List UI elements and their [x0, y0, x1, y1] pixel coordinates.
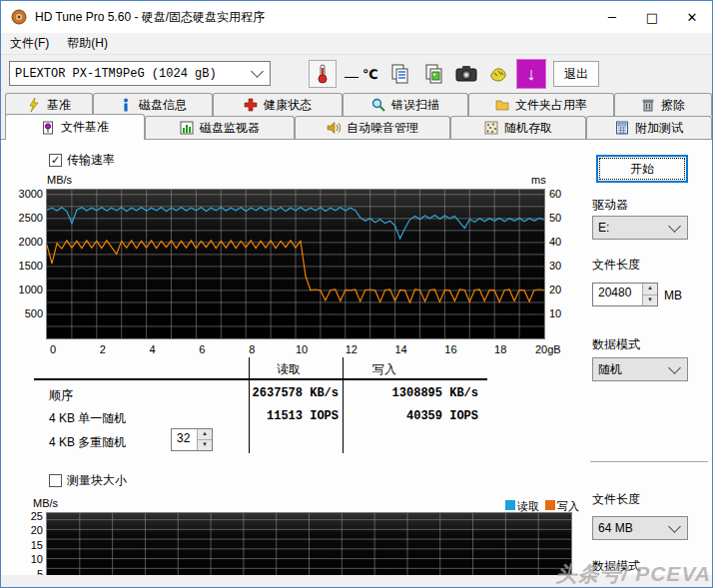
axis-tick-label: 50: [549, 212, 561, 224]
axis-tick-label: 2500: [19, 212, 43, 224]
tab-label: 基准: [47, 97, 71, 114]
transfer-rate-checkbox[interactable]: ✓ 传输速率: [49, 152, 115, 169]
thermometer-icon: [314, 63, 332, 85]
axis-tick-label: 15: [31, 539, 43, 551]
axis-tick-label: 2000: [19, 236, 43, 248]
spinner-up-icon[interactable]: ▲: [643, 284, 657, 294]
screenshot-button[interactable]: [452, 61, 480, 87]
axis-tick-label: 4: [138, 343, 168, 355]
copy-text-button[interactable]: [386, 61, 414, 87]
block-size-label: 测量块大小: [67, 472, 127, 489]
file-length2-combo[interactable]: 64 MB: [592, 516, 688, 540]
axis-tick-label: 12: [337, 343, 366, 355]
tab-random-access[interactable]: 随机存取: [450, 116, 586, 139]
queue-depth-value: 32: [172, 429, 197, 450]
file-length-spinner[interactable]: 20480 ▲▼: [592, 283, 658, 306]
tab-erase[interactable]: 擦除: [614, 93, 712, 116]
aam-icon: [327, 121, 341, 135]
tab-label: 文件基准: [61, 119, 109, 136]
close-button[interactable]: ✕: [672, 1, 712, 33]
spinner-down-icon[interactable]: ▼: [643, 294, 657, 306]
chevron-down-icon: [251, 65, 264, 78]
maximize-button[interactable]: □: [632, 1, 672, 33]
axis-tick-label: 25: [31, 510, 43, 522]
tab-extra-tests[interactable]: 附加测试: [586, 116, 712, 139]
tab-aam[interactable]: 自动噪音管理: [295, 116, 450, 139]
axis-tick-label: 16: [435, 343, 465, 355]
tab-label: 文件夹占用率: [515, 97, 587, 114]
data-mode-label: 数据模式: [592, 336, 640, 353]
row-sequential-label: 顺序: [49, 387, 73, 404]
watermark: 头条号/ PCEVA: [556, 560, 711, 588]
tab-file-benchmark[interactable]: 文件基准: [5, 114, 145, 140]
tab-row-2: 文件基准 磁盘监视器 自动噪音管理 随机存取 附加测试: [1, 116, 712, 139]
temperature-value: —: [345, 68, 358, 84]
spinner-up-icon[interactable]: ▲: [198, 429, 212, 439]
drive-label: 驱动器: [592, 197, 628, 214]
4k-single-read-value: 11513 IOPS: [209, 409, 339, 423]
minimize-button[interactable]: ─: [592, 1, 632, 33]
axis-tick-label: 60: [549, 188, 561, 200]
exit-button[interactable]: 退出: [553, 61, 599, 87]
file-length-label: 文件长度: [592, 257, 640, 274]
copy-image-button[interactable]: [420, 61, 448, 87]
queue-depth-spinner[interactable]: 32 ▲▼: [171, 428, 213, 451]
write-column-header: 写入: [364, 361, 404, 378]
menu-help[interactable]: 帮助(H): [58, 33, 117, 54]
tab-label: 错误扫描: [391, 97, 439, 114]
benchmark-icon: [27, 98, 41, 112]
spinner-down-icon[interactable]: ▼: [198, 439, 212, 450]
share-button[interactable]: [484, 61, 512, 87]
exit-button-label: 退出: [564, 66, 588, 83]
read-column-header: 读取: [269, 361, 309, 378]
tab-label: 附加测试: [635, 120, 683, 137]
file-benchmark-icon: [41, 121, 55, 135]
tab-folder-usage[interactable]: 文件夹占用率: [468, 93, 614, 116]
health-icon: [244, 98, 258, 112]
axis-tick-label: 10: [31, 553, 43, 565]
disk-info-icon: [119, 98, 133, 112]
tab-strip: 基准 磁盘信息 健康状态 错误扫描 文件夹占用率 擦除: [1, 93, 712, 140]
block-size-checkbox[interactable]: 测量块大小: [49, 472, 127, 489]
tab-label: 健康状态: [264, 97, 312, 114]
menu-file[interactable]: 文件(F): [1, 33, 58, 54]
main-chart-x-axis: 02468101214161820gB: [46, 343, 585, 357]
read-legend-swatch: [505, 500, 515, 510]
drive-combo[interactable]: E:: [592, 216, 688, 240]
tab-disk-info[interactable]: 磁盘信息: [93, 93, 213, 116]
tab-benchmark[interactable]: 基准: [5, 93, 93, 116]
title-bar[interactable]: HD Tune Pro 5.60 - 硬盘/固态硬盘实用程序 ─ □ ✕: [1, 1, 712, 33]
start-button[interactable]: 开始: [596, 155, 688, 183]
hands-icon: [487, 63, 509, 85]
chevron-down-icon: [668, 220, 681, 233]
camera-icon: [454, 63, 478, 85]
block-chart-left-axis: 510152025: [15, 512, 43, 575]
main-chart-right-axis: 102030405060: [549, 189, 579, 339]
axis-tick-label: 20: [31, 524, 43, 536]
tab-health[interactable]: 健康状态: [213, 93, 343, 116]
legend-write-label: 写入: [557, 500, 579, 512]
table-divider-2: [343, 357, 344, 453]
axis-tick-label: 2: [88, 343, 118, 355]
random-access-icon: [484, 121, 498, 135]
axis-tick-label: 0: [38, 343, 68, 355]
drive-select[interactable]: PLEXTOR PX-1TM9PeG (1024 gB): [9, 61, 271, 86]
temperature-button[interactable]: [309, 60, 337, 88]
chevron-down-icon: [668, 361, 681, 374]
temperature-unit-icon: ℃: [362, 67, 378, 82]
file-benchmark-page: ✓ 传输速率 MB/s ms 50010001500200025003000 1…: [1, 139, 713, 588]
axis-tick-label: 10: [287, 343, 317, 355]
axis-tick-label: 3000: [19, 188, 43, 200]
erase-icon: [641, 98, 655, 112]
table-header-rule: [34, 378, 487, 380]
main-chart-left-axis: 50010001500200025003000: [13, 189, 43, 339]
main-chart-yunit-right: ms: [531, 174, 546, 186]
update-button[interactable]: ↓: [516, 59, 546, 89]
row-4k-multi-label: 4 KB 多重随机: [49, 434, 126, 451]
tab-error-scan[interactable]: 错误扫描: [343, 93, 468, 116]
tab-disk-monitor[interactable]: 磁盘监视器: [145, 116, 295, 139]
data-mode-combo[interactable]: 随机: [592, 357, 688, 381]
tab-label: 自动噪音管理: [347, 120, 418, 137]
app-icon: [11, 9, 27, 25]
panel-separator: [590, 461, 708, 462]
